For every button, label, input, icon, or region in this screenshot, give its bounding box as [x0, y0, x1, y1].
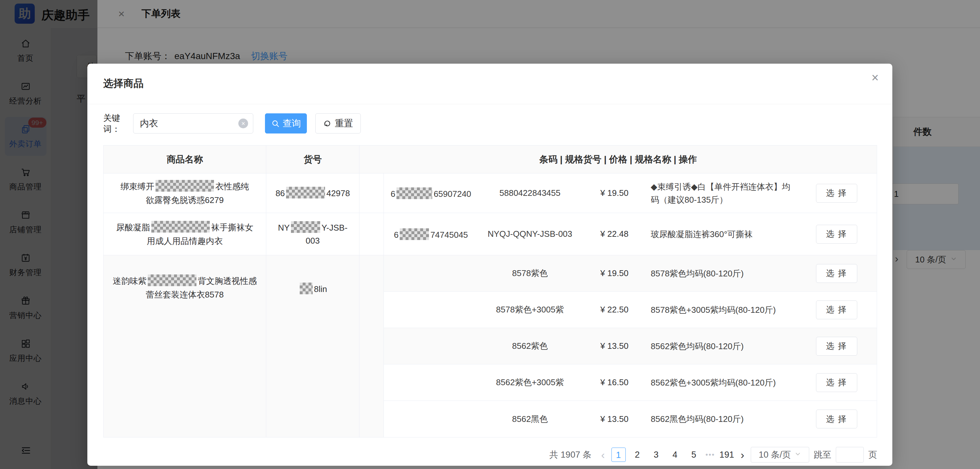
page-number-2[interactable]: 2: [630, 448, 644, 462]
censor-mosaic: [151, 221, 210, 232]
col-header-name: 商品名称: [103, 146, 266, 173]
keyword-label: 关键 词：: [103, 112, 125, 135]
jump-page-input[interactable]: [836, 447, 864, 463]
keyword-label-line2: 词：: [103, 123, 125, 135]
keyword-input-wrap: ×: [133, 113, 253, 134]
item-no-text: 8lin: [314, 284, 327, 294]
spec-name: 8578紫色+3005紫均码(80-120斤): [647, 304, 796, 316]
name-text: 袜手撕袜女: [211, 223, 253, 232]
prev-page-icon[interactable]: ‹: [599, 448, 606, 461]
select-button[interactable]: 选 择: [816, 337, 857, 356]
name-text: 尿酸凝脂: [116, 223, 150, 232]
query-button-label: 查询: [283, 117, 301, 130]
spec-name: 8562紫色均码(80-120斤): [647, 340, 796, 353]
name-text-line2: 蕾丝套装连体衣8578: [146, 288, 224, 301]
table-row: 尿酸凝脂袜手撕袜女 用成人用品情趣内衣 NYY-JSB- 003 6747450…: [103, 213, 877, 255]
spec-no: 5880422843455: [478, 188, 582, 198]
table-row: 迷韵味紫背文胸透视性感 蕾丝套装连体衣8578 8lin 8578紫色 ¥ 19…: [103, 255, 877, 437]
modal-title: 选择商品: [103, 77, 143, 90]
search-bar: 关键 词： × 查询 重置: [103, 112, 361, 135]
item-no-cell: 8lin: [266, 255, 360, 437]
col-header-item-no: 货号: [266, 146, 360, 173]
modal-close-icon[interactable]: ×: [872, 71, 879, 85]
name-text: 迷韵味紫: [113, 276, 146, 286]
select-button[interactable]: 选 择: [816, 300, 857, 319]
price: ¥ 13.50: [582, 341, 647, 351]
item-no-cell: 8642978: [266, 173, 360, 213]
select-button[interactable]: 选 择: [816, 264, 857, 283]
specs-cell: 8578紫色 ¥ 19.50 8578紫色均码(80-120斤) 选 择 857…: [360, 255, 877, 437]
reset-button[interactable]: 重置: [315, 113, 361, 134]
spec-row: 8578紫色+3005紫 ¥ 22.50 8578紫色+3005紫均码(80-1…: [384, 292, 877, 328]
spec-row: 665907240 5880422843455 ¥ 19.50 ◆束缚引诱◆白【…: [384, 173, 877, 213]
table-header: 商品名称 货号 条码 | 规格货号 | 价格 | 规格名称 | 操作: [103, 146, 877, 173]
chevron-down-icon: [794, 450, 802, 460]
select-button[interactable]: 选 择: [816, 225, 857, 243]
spec-row: 8578紫色 ¥ 19.50 8578紫色均码(80-120斤) 选 择: [384, 255, 877, 292]
spec-rows: 674745045 NYQJ-QQNY-JSB-003 ¥ 22.48 玻尿酸凝…: [383, 213, 877, 255]
reset-button-label: 重置: [335, 117, 353, 130]
pagination: 共 1907 条 ‹ 1 2 3 4 5 ••• 191 › 10 条/页 跳至…: [549, 447, 877, 463]
jump-unit: 页: [868, 449, 877, 461]
product-name-cell: 绑束缚开衣性感纯 欲露臀免脱诱惑6279: [103, 173, 266, 213]
page-number-5[interactable]: 5: [687, 448, 701, 462]
price: ¥ 22.48: [582, 229, 647, 239]
page-number-1[interactable]: 1: [611, 448, 626, 462]
spec-row: 8562紫色 ¥ 13.50 8562紫色均码(80-120斤) 选 择: [384, 328, 877, 364]
page-size-value: 10 条/页: [759, 449, 791, 461]
product-name-cell: 尿酸凝脂袜手撕袜女 用成人用品情趣内衣: [103, 213, 266, 255]
spec-name: 8578紫色均码(80-120斤): [647, 267, 796, 280]
specs-cell: 674745045 NYQJ-QQNY-JSB-003 ¥ 22.48 玻尿酸凝…: [360, 213, 877, 255]
spec-no: 8578紫色: [478, 268, 582, 279]
censor-mosaic: [396, 188, 432, 199]
item-no-text: NY: [278, 223, 290, 232]
name-text-line2: 用成人用品情趣内衣: [147, 234, 223, 248]
modal-header-divider: [88, 104, 892, 104]
page-size-select[interactable]: 10 条/页: [751, 447, 809, 463]
price: ¥ 16.50: [582, 377, 647, 388]
select-button[interactable]: 选 择: [816, 184, 857, 203]
spec-row: 8562紫色+3005紫 ¥ 16.50 8562紫色+3005紫均码(80-1…: [384, 364, 877, 401]
item-no-text: 42978: [326, 188, 350, 198]
item-no-cell: NYY-JSB- 003: [266, 213, 360, 255]
spec-row: 8562黑色 ¥ 13.50 8562黑色均码(80-120斤) 选 择: [384, 401, 877, 437]
name-text: 衣性感纯: [215, 181, 249, 191]
col-header-specs: 条码 | 规格货号 | 价格 | 规格名称 | 操作: [360, 146, 877, 173]
spec-rows: 665907240 5880422843455 ¥ 19.50 ◆束缚引诱◆白【…: [383, 173, 877, 213]
spec-no: 8562黑色: [478, 413, 582, 425]
search-icon: [271, 119, 280, 128]
name-text: 绑束缚开: [121, 181, 154, 191]
next-page-icon[interactable]: ›: [739, 448, 746, 461]
specs-cell: 665907240 5880422843455 ¥ 19.50 ◆束缚引诱◆白【…: [360, 173, 877, 213]
table-row: 绑束缚开衣性感纯 欲露臀免脱诱惑6279 8642978 665907240 5…: [103, 173, 877, 213]
spec-row: 674745045 NYQJ-QQNY-JSB-003 ¥ 22.48 玻尿酸凝…: [384, 213, 877, 255]
query-button[interactable]: 查询: [265, 113, 307, 134]
page-number-last[interactable]: 191: [719, 448, 734, 462]
product-table: 商品名称 货号 条码 | 规格货号 | 价格 | 规格名称 | 操作 绑束缚开衣…: [103, 145, 877, 437]
keyword-label-line1: 关键: [103, 112, 125, 123]
page-number-4[interactable]: 4: [668, 448, 682, 462]
spec-no: 8562紫色: [478, 340, 582, 352]
spec-no: 8578紫色+3005紫: [478, 304, 582, 315]
spec-name: 8562紫色+3005紫均码(80-120斤): [647, 376, 796, 389]
item-no-text: Y-JSB-: [321, 223, 347, 232]
jump-label: 跳至: [814, 449, 831, 461]
censor-mosaic: [291, 221, 320, 233]
pagination-ellipsis[interactable]: •••: [706, 450, 715, 459]
item-no-text-line2: 003: [305, 234, 320, 247]
censor-mosaic: [156, 180, 214, 192]
spec-no: NYQJ-QQNY-JSB-003: [478, 229, 582, 239]
keyword-input[interactable]: [133, 113, 253, 134]
select-button[interactable]: 选 择: [816, 410, 857, 428]
name-text-line2: 欲露臀免脱诱惑6279: [146, 193, 224, 207]
clear-input-icon[interactable]: ×: [239, 119, 248, 128]
item-no-text: 86: [275, 188, 285, 198]
select-button[interactable]: 选 择: [816, 373, 857, 392]
page-number-3[interactable]: 3: [649, 448, 663, 462]
barcode: 665907240: [384, 188, 478, 199]
price: ¥ 19.50: [582, 268, 647, 278]
spec-name: 8562黑色均码(80-120斤): [647, 412, 796, 426]
spec-no: 8562紫色+3005紫: [478, 377, 582, 388]
spec-rows: 8578紫色 ¥ 19.50 8578紫色均码(80-120斤) 选 择 857…: [383, 255, 877, 437]
censor-mosaic: [148, 275, 196, 286]
